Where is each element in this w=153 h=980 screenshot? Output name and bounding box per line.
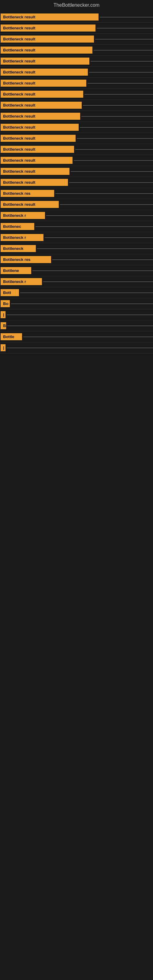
bar-line [97, 28, 153, 29]
bottleneck-label: Bottleneck r [1, 234, 43, 241]
list-item: Bottlene [0, 265, 153, 276]
bottleneck-label: Bottleneck result [1, 135, 76, 142]
bottleneck-label: Bottleneck result [1, 68, 88, 76]
bottleneck-label: Bottleneck result [1, 168, 70, 175]
bottleneck-label: Bottleneck result [1, 124, 79, 131]
bottleneck-label: Bottleneck result [1, 146, 74, 153]
bottleneck-label: B [1, 322, 6, 329]
bar-line [7, 326, 153, 326]
list-item: Bott [0, 287, 153, 298]
list-item: Bottleneck result [0, 166, 153, 177]
bar-line [88, 83, 153, 84]
bar-line [100, 17, 153, 18]
list-item: Bottleneck result [0, 67, 153, 78]
bottleneck-label: Bottlene [1, 267, 31, 274]
bottleneck-label: Bottlenec [1, 223, 34, 230]
bar-line [56, 193, 153, 194]
bar-line [84, 94, 153, 95]
list-item: B [0, 320, 153, 331]
list-item: Bottleneck r [0, 210, 153, 221]
bottleneck-label: | [1, 311, 5, 318]
bar-line [80, 127, 153, 128]
list-item: Bottleneck result [0, 78, 153, 89]
bar-line [60, 204, 153, 205]
list-item: Bottleneck res [0, 188, 153, 199]
bar-line [46, 215, 153, 216]
bar-line [52, 259, 153, 260]
bar-line [69, 182, 153, 183]
bar-line [11, 304, 153, 304]
bottleneck-label: Bottleneck res [1, 190, 54, 197]
bar-line [7, 315, 153, 315]
bar-line [77, 138, 153, 139]
bottleneck-label: Bottleneck result [1, 46, 92, 54]
list-item: Bottleneck result [0, 23, 153, 34]
list-item: Bottleneck result [0, 45, 153, 56]
list-item: Bottleneck result [0, 34, 153, 45]
bar-line [81, 116, 153, 117]
bottleneck-label: Bottleneck result [1, 91, 83, 98]
bottleneck-label: Bottleneck [1, 245, 36, 252]
bottleneck-label: Bottleneck result [1, 102, 82, 109]
list-item: Bottleneck result [0, 122, 153, 133]
bottleneck-label: Bottleneck result [1, 157, 73, 164]
page-title: TheBottlenecker.com [0, 0, 153, 10]
list-item: Bottleneck result [0, 100, 153, 111]
list-item: Bottleneck result [0, 144, 153, 155]
bar-line [20, 293, 153, 293]
bottleneck-label: Bottleneck result [1, 80, 86, 87]
bar-line [94, 50, 153, 51]
list-item: | [0, 309, 153, 320]
bar-line [75, 149, 153, 150]
bar-line [95, 39, 153, 40]
bar-line [23, 337, 153, 337]
bar-line [32, 270, 153, 271]
bottleneck-label: Bottle [1, 333, 22, 340]
bar-line [43, 282, 153, 282]
list-item: Bottlenec [0, 221, 153, 232]
bottleneck-label: Bott [1, 289, 19, 296]
bottleneck-label: Bottleneck result [1, 113, 80, 120]
bottleneck-label: Bottleneck result [1, 179, 68, 186]
bottleneck-label: Bottleneck result [1, 13, 99, 21]
list-item: Bo [0, 298, 153, 309]
bottleneck-label: Bo [1, 300, 10, 307]
bar-line [45, 237, 153, 238]
list-item: Bottleneck result [0, 155, 153, 166]
bottleneck-label: | [1, 344, 5, 351]
bottleneck-label: Bottleneck res [1, 256, 51, 263]
list-item: Bottleneck result [0, 177, 153, 188]
bottleneck-label: Bottleneck result [1, 201, 59, 208]
list-item: Bottleneck result [0, 56, 153, 67]
list-item: Bottleneck [0, 243, 153, 254]
list-item: Bottleneck result [0, 199, 153, 210]
bottleneck-label: Bottleneck r [1, 212, 45, 219]
bar-line [7, 348, 153, 348]
list-item: Bottleneck result [0, 111, 153, 122]
list-item: | [0, 342, 153, 353]
bottleneck-label: Bottleneck r [1, 278, 42, 285]
list-item: Bottleneck r [0, 276, 153, 287]
bar-line [74, 160, 153, 161]
list-item: Bottleneck result [0, 89, 153, 100]
bottleneck-label: Bottleneck result [1, 57, 89, 65]
list-item: Bottleneck result [0, 12, 153, 23]
bar-line [35, 226, 153, 227]
list-item: Bottle [0, 331, 153, 342]
bar-line [37, 248, 153, 249]
bar-line [83, 105, 153, 106]
bar-line [89, 72, 153, 73]
bottleneck-label: Bottleneck result [1, 35, 94, 43]
bar-line [71, 171, 153, 172]
list-item: Bottleneck r [0, 232, 153, 243]
bar-line [91, 61, 153, 62]
list-item: Bottleneck result [0, 133, 153, 144]
list-item: Bottleneck res [0, 254, 153, 265]
bottleneck-label: Bottleneck result [1, 24, 96, 32]
items-container: Bottleneck resultBottleneck resultBottle… [0, 10, 153, 353]
